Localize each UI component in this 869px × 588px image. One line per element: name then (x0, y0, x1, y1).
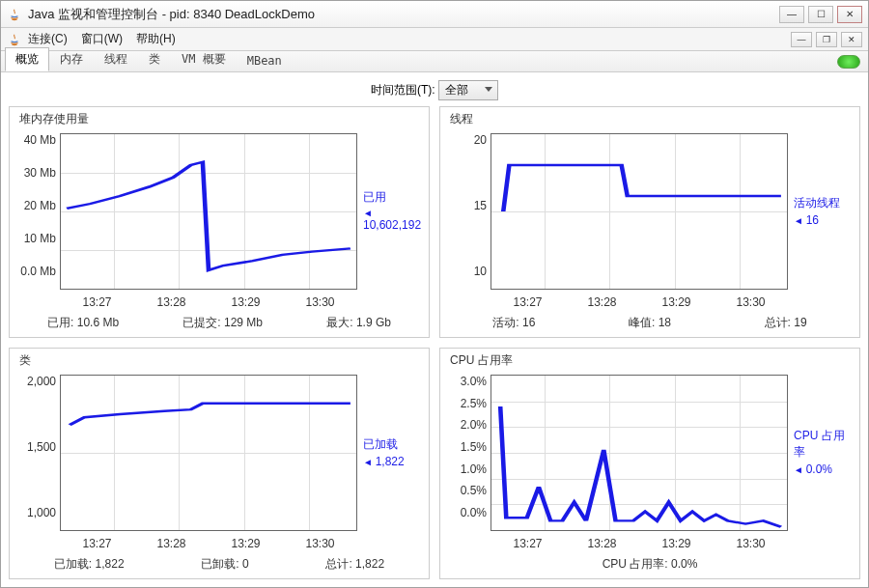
heap-plot (60, 133, 357, 290)
tab-threads[interactable]: 线程 (94, 47, 138, 71)
java-icon-small (7, 32, 22, 47)
content-area: 时间范围(T): 全部 堆内存使用量 40 Mb30 Mb20 Mb10 Mb0… (1, 72, 868, 587)
panel-heap: 堆内存使用量 40 Mb30 Mb20 Mb10 Mb0.0 Mb 已用 ◄ 1… (9, 106, 430, 338)
threads-legend: 活动线程 ◄ 16 (788, 129, 855, 292)
tab-bar: 概览 内存 线程 类 VM 概要 MBean (1, 51, 868, 72)
heap-xaxis: 13:2713:2813:2913:30 (14, 292, 425, 311)
panel-heap-title: 堆内存使用量 (19, 111, 423, 127)
heap-yaxis: 40 Mb30 Mb20 Mb10 Mb0.0 Mb (14, 129, 60, 292)
cpu-yaxis: 3.0%2.5%2.0%1.5%1.0%0.5%0.0% (444, 371, 491, 533)
maximize-button[interactable]: ☐ (808, 6, 833, 23)
threads-yaxis: 201510 (444, 129, 491, 292)
cpu-stats: CPU 占用率: 0.0% (444, 552, 855, 574)
cpu-plot (491, 375, 788, 531)
classes-legend: 已加载 ◄ 1,822 (357, 371, 425, 533)
threads-plot (491, 133, 788, 290)
panel-cpu: CPU 占用率 3.0%2.5%2.0%1.5%1.0%0.5%0.0% CPU… (439, 348, 860, 579)
mdi-close-button[interactable]: ✕ (841, 32, 862, 47)
classes-stats: 已加载: 1,822 已卸载: 0 总计: 1,822 (14, 552, 425, 574)
window-title: Java 监视和管理控制台 - pid: 8340 DeadLockDemo (28, 6, 779, 23)
panel-threads: 线程 201510 活动线程 ◄ 16 13 (439, 106, 860, 338)
time-range-combo[interactable]: 全部 (438, 80, 498, 100)
menu-connect[interactable]: 连接(C) (28, 31, 68, 47)
tab-memory[interactable]: 内存 (49, 47, 94, 71)
minimize-button[interactable]: — (779, 6, 804, 23)
jconsole-window: Java 监视和管理控制台 - pid: 8340 DeadLockDemo —… (0, 0, 869, 588)
panel-classes: 类 2,0001,5001,000 已加载 ◄ 1,822 (9, 348, 430, 579)
heap-legend: 已用 ◄ 10,602,192 (357, 129, 425, 292)
menu-window[interactable]: 窗口(W) (81, 31, 123, 47)
java-icon (7, 7, 22, 22)
tab-mbean[interactable]: MBean (237, 50, 293, 71)
heap-stats: 已用: 10.6 Mb 已提交: 129 Mb 最大: 1.9 Gb (14, 311, 425, 333)
cpu-legend: CPU 占用率 ◄ 0.0% (788, 371, 855, 533)
classes-yaxis: 2,0001,5001,000 (14, 371, 60, 533)
menu-help[interactable]: 帮助(H) (136, 31, 176, 47)
threads-xaxis: 13:2713:2813:2913:30 (444, 292, 855, 311)
outer-titlebar: Java 监视和管理控制台 - pid: 8340 DeadLockDemo —… (1, 1, 868, 28)
connection-status-icon (837, 55, 860, 69)
mdi-restore-button[interactable]: ❐ (816, 32, 837, 47)
panel-threads-title: 线程 (450, 111, 854, 127)
close-button[interactable]: ✕ (837, 6, 862, 23)
tab-overview[interactable]: 概览 (5, 47, 49, 71)
tab-vm-summary[interactable]: VM 概要 (171, 47, 237, 71)
panel-cpu-title: CPU 占用率 (450, 352, 854, 369)
cpu-xaxis: 13:2713:2813:2913:30 (444, 533, 855, 552)
tab-classes[interactable]: 类 (138, 47, 171, 71)
classes-plot (60, 375, 357, 531)
time-range-label: 时间范围(T): (371, 83, 435, 97)
mdi-minimize-button[interactable]: — (791, 32, 812, 47)
threads-stats: 活动: 16 峰值: 18 总计: 19 (444, 311, 855, 333)
classes-xaxis: 13:2713:2813:2913:30 (14, 533, 425, 552)
panel-classes-title: 类 (19, 352, 423, 369)
